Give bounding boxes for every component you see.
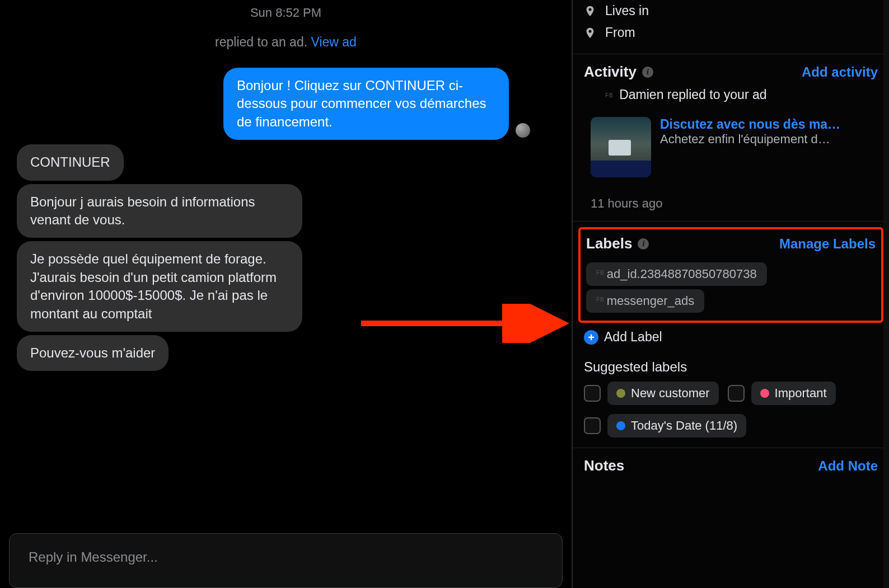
activity-ad-subtitle: Achetez enfin l'équipement d… (660, 132, 840, 147)
activity-item[interactable]: FB Damien replied to your ad Discutez av… (584, 87, 878, 211)
activity-section: Activity i Add activity FB Damien replie… (573, 54, 889, 221)
activity-time: 11 hours ago (591, 196, 878, 211)
label-color-dot (760, 389, 769, 398)
label-color-dot (616, 389, 625, 398)
from-label: From (605, 25, 635, 40)
message-row-incoming: Je possède quel équipement de forage. J'… (17, 241, 555, 332)
chat-timestamp: Sun 8:52 PM (17, 6, 555, 20)
message-bubble-incoming[interactable]: Bonjour j aurais besoin d informations v… (17, 184, 302, 238)
message-row-incoming: CONTINUER (17, 144, 555, 180)
chat-pane: Sun 8:52 PM replied to an ad. View ad Bo… (0, 0, 573, 588)
ad-thumbnail[interactable] (591, 117, 651, 177)
labels-section: Labels i Manage Labels FB ad_id.23848870… (573, 221, 889, 448)
sender-avatar[interactable] (516, 123, 530, 138)
label-checkbox[interactable] (584, 385, 601, 402)
message-bubble-incoming[interactable]: Pouvez-vous m'aider (17, 335, 169, 371)
suggested-label-pill[interactable]: Today's Date (11/8) (607, 414, 746, 438)
suggested-label-item: New customer (584, 382, 719, 405)
profile-section: Lives in From (573, 0, 889, 54)
reply-input[interactable] (29, 549, 543, 565)
ad-reply-line: replied to an ad. View ad (17, 35, 555, 50)
view-ad-link[interactable]: View ad (311, 35, 356, 49)
lives-in-row: Lives in (584, 0, 878, 22)
info-icon[interactable]: i (638, 238, 649, 250)
message-bubble-outgoing[interactable]: Bonjour ! Cliquez sur CONTINUER ci-desso… (223, 68, 509, 140)
from-row: From (584, 22, 878, 44)
pin-icon (584, 27, 596, 39)
chat-scroll[interactable]: Sun 8:52 PM replied to an ad. View ad Bo… (0, 0, 572, 523)
add-label-button[interactable]: + Add Label (584, 330, 878, 345)
reply-box[interactable] (9, 533, 563, 588)
label-chip[interactable]: FB messenger_ads (586, 289, 704, 313)
incoming-message-group: CONTINUER Bonjour j aurais besoin d info… (17, 144, 555, 371)
notes-heading: Notes (584, 457, 624, 474)
add-activity-button[interactable]: Add activity (802, 64, 878, 80)
plus-icon: + (584, 330, 598, 345)
message-row-outgoing: Bonjour ! Cliquez sur CONTINUER ci-desso… (17, 68, 555, 140)
message-bubble-incoming[interactable]: Je possède quel équipement de forage. J'… (17, 241, 302, 332)
label-checkbox[interactable] (584, 417, 601, 434)
home-pin-icon (584, 5, 596, 17)
label-color-dot (616, 421, 625, 430)
suggested-labels-row: New customer Important Today's Date (11/… (584, 382, 878, 438)
label-chip[interactable]: FB ad_id.23848870850780738 (586, 262, 767, 286)
activity-ad-title[interactable]: Discutez avec nous dès ma… (660, 117, 840, 132)
suggested-label-pill[interactable]: New customer (607, 382, 719, 405)
activity-heading: Activity i (584, 63, 653, 81)
fb-source-badge: FB (596, 270, 605, 276)
notes-section: Notes Add Note (573, 448, 889, 491)
suggested-label-item: Important (728, 382, 836, 405)
suggested-labels-heading: Suggested labels (584, 359, 878, 375)
activity-line: Damien replied to your ad (619, 87, 766, 102)
fb-source-badge: FB (596, 297, 605, 303)
message-bubble-incoming[interactable]: CONTINUER (17, 144, 124, 180)
labels-heading: Labels i (586, 235, 649, 252)
details-scrollbar[interactable] (883, 0, 889, 588)
manage-labels-button[interactable]: Manage Labels (779, 236, 876, 252)
info-icon[interactable]: i (642, 67, 653, 78)
suggested-label-pill[interactable]: Important (751, 382, 836, 405)
labels-highlight-box: Labels i Manage Labels FB ad_id.23848870… (578, 227, 883, 323)
ad-reply-prefix: replied to an ad. (215, 35, 311, 49)
fb-source-badge: FB (605, 92, 614, 98)
message-row-incoming: Bonjour j aurais besoin d informations v… (17, 184, 555, 238)
suggested-label-item: Today's Date (11/8) (584, 414, 746, 438)
label-checkbox[interactable] (728, 385, 745, 402)
lives-in-label: Lives in (605, 3, 649, 18)
details-pane: Lives in From Activity i Add activity FB… (573, 0, 889, 588)
add-note-button[interactable]: Add Note (818, 458, 878, 474)
message-row-incoming: Pouvez-vous m'aider (17, 335, 555, 371)
